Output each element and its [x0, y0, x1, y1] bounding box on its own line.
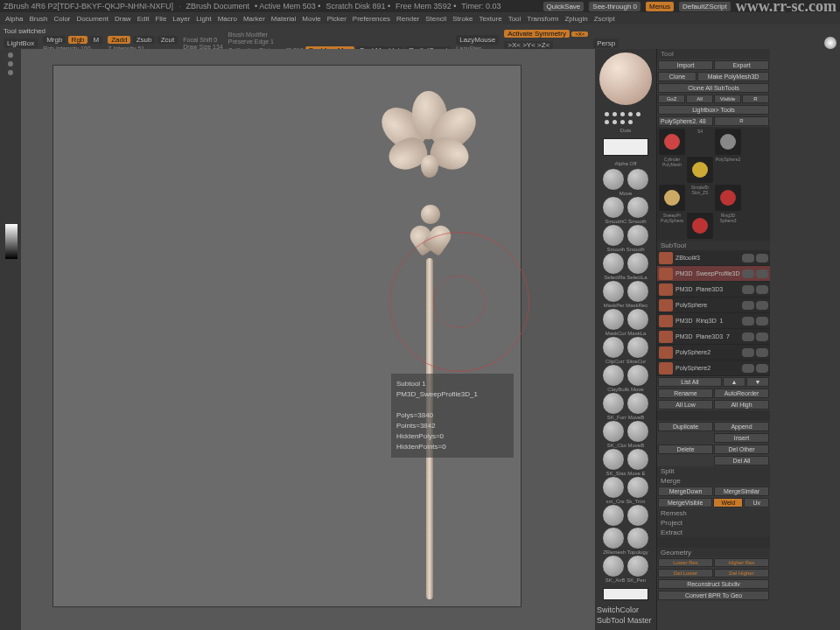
- brush-icon[interactable]: [626, 224, 649, 247]
- import-button[interactable]: Import: [658, 60, 713, 70]
- menu-zplugin[interactable]: Zplugin: [564, 15, 587, 23]
- mergesimilar-button[interactable]: MergeSimilar: [714, 486, 769, 496]
- brush-icon[interactable]: [602, 392, 625, 415]
- brush-icon[interactable]: [626, 168, 649, 191]
- convertbpr-button[interactable]: Convert BPR To Geo: [658, 591, 769, 600]
- preserve-edge-slider[interactable]: Preserve Edge 1: [228, 38, 452, 45]
- brush-icon[interactable]: [602, 555, 625, 578]
- visibility-icon[interactable]: [742, 364, 754, 373]
- visibility-icon[interactable]: [742, 254, 754, 262]
- activate-symmetry-button[interactable]: Activate Symmetry: [504, 30, 570, 38]
- menu-picker[interactable]: Picker: [327, 15, 346, 23]
- export-button[interactable]: Export: [714, 60, 769, 70]
- menu-stroke[interactable]: Stroke: [452, 15, 472, 23]
- gradient-picker[interactable]: [5, 224, 18, 259]
- split-header[interactable]: Split: [657, 466, 770, 476]
- menu-zscript[interactable]: Zscript: [594, 15, 615, 23]
- brush-icon[interactable]: [602, 224, 625, 247]
- tool-thumb[interactable]: [659, 129, 685, 155]
- subtool-item[interactable]: PolySphere2: [657, 360, 770, 376]
- clone-button[interactable]: Clone: [658, 72, 696, 81]
- eye-icon[interactable]: [756, 364, 768, 373]
- focal-shift-slider[interactable]: Focal Shift 0: [183, 37, 223, 43]
- mergedown-button[interactable]: MergeDown: [658, 486, 713, 496]
- listall-button[interactable]: List All: [658, 377, 722, 387]
- xyz-toggle[interactable]: >X< >Y< >Z<: [504, 41, 553, 49]
- color-swatch[interactable]: [603, 588, 648, 600]
- goz-all-button[interactable]: All: [686, 94, 713, 103]
- menu-color[interactable]: Color: [53, 15, 70, 23]
- brush-icon[interactable]: [626, 504, 649, 527]
- geometry-header[interactable]: Geometry: [657, 548, 770, 557]
- zcut-toggle[interactable]: Zcut: [158, 36, 178, 44]
- delother-button[interactable]: Del Other: [714, 444, 769, 454]
- document-canvas[interactable]: Subtool 1 PM3D_SweepProfile3D_1 Polys=38…: [52, 65, 522, 607]
- lightbox-button[interactable]: LightBox: [4, 38, 38, 48]
- r-button[interactable]: R: [714, 116, 769, 126]
- brush-icon[interactable]: [626, 196, 649, 219]
- eye-icon[interactable]: [756, 301, 768, 310]
- brush-icon[interactable]: [626, 527, 649, 550]
- menu-brush[interactable]: Brush: [29, 15, 47, 23]
- rename-button[interactable]: Rename: [658, 388, 713, 398]
- eye-icon[interactable]: [756, 332, 768, 341]
- polysphere-slot[interactable]: PolySphere2. 48: [658, 116, 713, 126]
- menu-edit[interactable]: Edit: [137, 15, 150, 23]
- eye-icon[interactable]: [756, 317, 768, 326]
- alllow-button[interactable]: All Low: [658, 400, 713, 410]
- brush-icon[interactable]: [602, 196, 625, 219]
- brush-icon[interactable]: [602, 527, 625, 550]
- brush-icon[interactable]: [626, 392, 649, 415]
- zscript-button[interactable]: DefaultZScript: [679, 2, 731, 11]
- brush-icon[interactable]: [602, 476, 625, 499]
- subtool-master-button[interactable]: SubTool Master: [597, 616, 654, 625]
- project-header[interactable]: Project: [657, 518, 770, 528]
- menu-material[interactable]: Material: [271, 15, 296, 23]
- menu-stencil[interactable]: Stencil: [425, 15, 446, 23]
- menu-texture[interactable]: Texture: [479, 15, 501, 23]
- subtool-item[interactable]: PolySphere2: [657, 345, 770, 360]
- menu-tool[interactable]: Tool: [508, 15, 522, 23]
- goz-visible-button[interactable]: Visible: [714, 94, 741, 103]
- menu-light[interactable]: Light: [196, 15, 211, 23]
- uv-toggle[interactable]: Uv: [744, 498, 769, 508]
- seethrough-slider[interactable]: See-through 0: [589, 2, 640, 11]
- subtool-item[interactable]: PM3D_Ring3D_1: [657, 313, 770, 329]
- brush-icon[interactable]: [602, 448, 625, 471]
- visibility-icon[interactable]: [742, 301, 754, 310]
- reconstruct-button[interactable]: Reconstruct Subdiv: [658, 579, 769, 589]
- brush-icon[interactable]: [602, 420, 625, 443]
- merge-header[interactable]: Merge: [657, 476, 770, 486]
- brush-icon[interactable]: [602, 336, 625, 359]
- mergevisible-button[interactable]: MergeVisible: [658, 498, 712, 508]
- brush-icon[interactable]: [626, 336, 649, 359]
- zsub-toggle[interactable]: Zsub: [133, 36, 156, 44]
- tool-thumb[interactable]: [659, 185, 685, 211]
- lazymouse-toggle[interactable]: LazyMouse: [456, 35, 499, 45]
- brush-icon[interactable]: [626, 448, 649, 471]
- insert-button[interactable]: Insert: [714, 433, 769, 443]
- rgb-toggle[interactable]: Rgb: [68, 36, 88, 44]
- menu-layer[interactable]: Layer: [172, 15, 190, 23]
- menu-document[interactable]: Document: [77, 15, 108, 23]
- brush-icon[interactable]: [626, 252, 649, 275]
- menu-alpha[interactable]: Alpha: [5, 15, 23, 23]
- eye-icon[interactable]: [756, 348, 768, 357]
- switchcolor-button[interactable]: SwitchColor: [597, 606, 654, 614]
- subtool-header[interactable]: SubTool: [657, 241, 770, 250]
- visibility-icon[interactable]: [742, 270, 754, 278]
- delall-button[interactable]: Del All: [714, 456, 769, 466]
- brush-icon[interactable]: [626, 420, 649, 443]
- menu-render[interactable]: Render: [396, 15, 419, 23]
- weld-toggle[interactable]: Weld: [713, 498, 743, 508]
- visibility-icon[interactable]: [742, 285, 754, 294]
- brush-icon[interactable]: [626, 555, 649, 578]
- extract-header[interactable]: Extract: [657, 528, 770, 537]
- menu-draw[interactable]: Draw: [115, 15, 131, 23]
- brush-icon[interactable]: [626, 476, 649, 499]
- subtool-item[interactable]: PM3D_Plane3D3: [657, 282, 770, 298]
- subtool-item[interactable]: PolySphere: [657, 298, 770, 313]
- delete-button[interactable]: Delete: [658, 444, 713, 454]
- menu-file[interactable]: File: [155, 15, 166, 23]
- subtool-item[interactable]: ZBtool#3: [657, 250, 770, 266]
